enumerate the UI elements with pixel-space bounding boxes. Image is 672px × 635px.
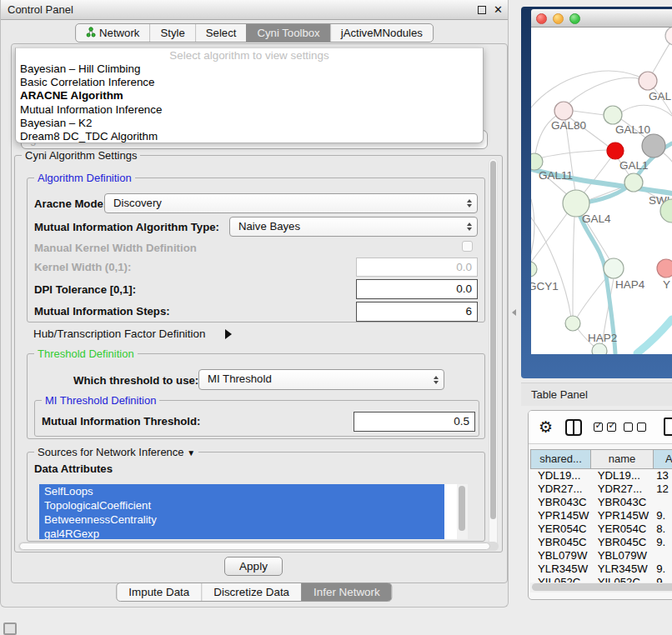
algorithm-placeholder: Select algorithm to view settings	[16, 48, 483, 62]
tab-select[interactable]: Select	[195, 24, 247, 42]
table-cell[interactable]: 13	[653, 469, 672, 482]
close-icon[interactable]: ✕	[494, 0, 503, 20]
node-label: GAL80	[551, 119, 586, 132]
algorithm-option[interactable]: Bayesian – K2	[16, 117, 483, 130]
panel-divider-handle-icon[interactable]	[512, 309, 516, 316]
column-header-name[interactable]: name	[590, 449, 654, 469]
manual-kernel-checkbox[interactable]	[462, 241, 473, 252]
column-header-shared[interactable]: shared...	[530, 449, 591, 469]
algorithm-definition-title: Algorithm Definition	[34, 172, 135, 184]
network-node-gal11[interactable]	[531, 153, 543, 170]
table-cell[interactable]: YLR345W	[591, 562, 654, 576]
table-cell[interactable]: 9.	[653, 562, 672, 576]
close-button[interactable]	[536, 13, 547, 24]
list-scrollbar[interactable]	[457, 484, 468, 539]
network-node-gal80[interactable]	[554, 102, 573, 120]
network-node-gal1[interactable]	[607, 142, 624, 159]
network-edge	[663, 152, 672, 162]
settings-scrollbar[interactable]	[489, 158, 498, 548]
data-attributes-list[interactable]: SelfLoopsTopologicalCoefficientBetweenne…	[39, 484, 468, 539]
algorithm-option[interactable]: Dream8 DC_TDC Algorithm	[16, 130, 483, 143]
network-window-titlebar[interactable]	[531, 9, 672, 28]
bottom-tabs: Impute DataDiscretize DataInfer Network	[116, 582, 392, 602]
network-node-swi4[interactable]	[624, 173, 643, 192]
table-cell[interactable]: YBR045C	[591, 536, 654, 549]
table-cell[interactable]: YDL19...	[531, 469, 591, 482]
table-cell[interactable]: YBR045C	[531, 536, 591, 549]
table-cell[interactable]: YLR345W	[531, 562, 591, 576]
table-cell[interactable]: YER054C	[591, 522, 654, 536]
table-cell[interactable]: YBL079W	[531, 549, 591, 562]
network-node-hap2[interactable]	[565, 316, 580, 331]
table-cell[interactable]: 9.	[653, 509, 672, 522]
docked-panel-icon[interactable]	[3, 622, 17, 635]
deselect-all-icon[interactable]	[624, 422, 646, 432]
table-cell[interactable]: YBR043C	[591, 496, 654, 509]
scrollbar-thumb[interactable]	[19, 542, 490, 550]
network-node-gcy1[interactable]	[531, 262, 537, 277]
collapse-arrow-icon[interactable]: ▼	[187, 448, 195, 458]
network-node[interactable]	[592, 343, 607, 354]
tab-style[interactable]: Style	[149, 24, 194, 42]
tab-network[interactable]: Network	[76, 24, 149, 42]
network-edge	[583, 158, 611, 194]
table-cell[interactable]: YER054C	[531, 522, 591, 536]
network-node-gal10[interactable]	[604, 106, 622, 124]
minimize-button[interactable]	[553, 13, 564, 24]
table-horizontal-scrollbar[interactable]	[530, 582, 672, 592]
mi-type-combo[interactable]: Naive Bayes	[229, 217, 478, 237]
algorithm-option[interactable]: Mutual Information Inference	[16, 103, 483, 117]
tab-discretize-data[interactable]: Discretize Data	[201, 583, 301, 601]
algorithm-option[interactable]: Bayesian – Hill Climbing	[16, 62, 483, 76]
attribute-item[interactable]: BetweennessCentrality	[39, 512, 444, 527]
table-cell[interactable]: YDR27...	[531, 482, 591, 496]
tab-infer-network[interactable]: Infer Network	[301, 583, 392, 601]
float-window-icon[interactable]	[478, 6, 486, 14]
dpi-tolerance-field[interactable]: 0.0	[356, 279, 478, 299]
network-node[interactable]	[665, 28, 672, 45]
node-label: GCY1	[531, 280, 559, 292]
zoom-button[interactable]	[569, 13, 580, 24]
hub-tf-definition-label[interactable]: Hub/Transcription Factor Definition	[33, 328, 205, 340]
table-cell[interactable]: YPR145W	[531, 509, 591, 522]
table-cell[interactable]: YDR27...	[591, 482, 654, 496]
manual-kernel-label: Manual Kernel Width Definition	[34, 242, 197, 254]
kernel-width-field[interactable]: 0.0	[356, 258, 478, 277]
network-canvas[interactable]: GALGAL80GAL10GAL1GAL11SWI4GAL4GCY1HAP4YH…	[531, 28, 672, 354]
mi-steps-field[interactable]: 6	[356, 302, 478, 322]
table-panel-title: Table Panel	[531, 383, 588, 407]
tab-cyni-toolbox[interactable]: Cyni Toolbox	[246, 24, 329, 42]
table-cell[interactable]	[653, 496, 672, 509]
attribute-item[interactable]: gal4RGexp	[39, 527, 444, 539]
expand-arrow-icon[interactable]	[225, 329, 232, 339]
algorithm-option[interactable]: Basic Correlation Inference	[16, 76, 483, 89]
table-cell[interactable]: YBL079W	[591, 549, 654, 562]
gear-icon[interactable]: ⚙	[539, 418, 553, 438]
tab-impute-data[interactable]: Impute Data	[117, 583, 201, 601]
mi-threshold-field[interactable]: 0.5	[354, 412, 475, 432]
table-cell[interactable]	[653, 549, 672, 562]
column-header-a[interactable]: A	[653, 449, 672, 469]
scrollbar-thumb[interactable]	[490, 161, 496, 519]
network-node[interactable]	[642, 134, 665, 158]
network-node-gal[interactable]	[639, 72, 657, 90]
table-cell[interactable]: 12	[653, 482, 672, 496]
algorithm-option[interactable]: ARACNE Algorithm	[16, 89, 483, 102]
table-cell[interactable]: YDL19...	[591, 469, 654, 482]
network-node-hap4[interactable]	[604, 258, 624, 278]
attribute-item[interactable]: TopologicalCoefficient	[39, 498, 444, 512]
table-cell[interactable]: 9.	[653, 536, 672, 549]
select-all-icon[interactable]	[594, 422, 616, 432]
table-cell[interactable]: YBR043C	[531, 496, 591, 509]
attribute-item[interactable]: SelfLoops	[39, 484, 444, 498]
apply-button[interactable]: Apply	[224, 557, 283, 576]
table-cell[interactable]: YPR145W	[591, 509, 654, 522]
which-threshold-combo[interactable]: MI Threshold	[198, 369, 444, 390]
aracne-mode-combo[interactable]: Discovery	[104, 193, 478, 213]
network-node-y[interactable]	[657, 259, 672, 278]
split-columns-icon[interactable]	[565, 419, 582, 436]
table-cell[interactable]: 8.	[653, 522, 672, 536]
horizontal-scrollbar[interactable]	[18, 542, 499, 551]
tab-jactivemnodules[interactable]: jActiveMNodules	[330, 24, 433, 42]
document-icon[interactable]	[664, 418, 672, 436]
